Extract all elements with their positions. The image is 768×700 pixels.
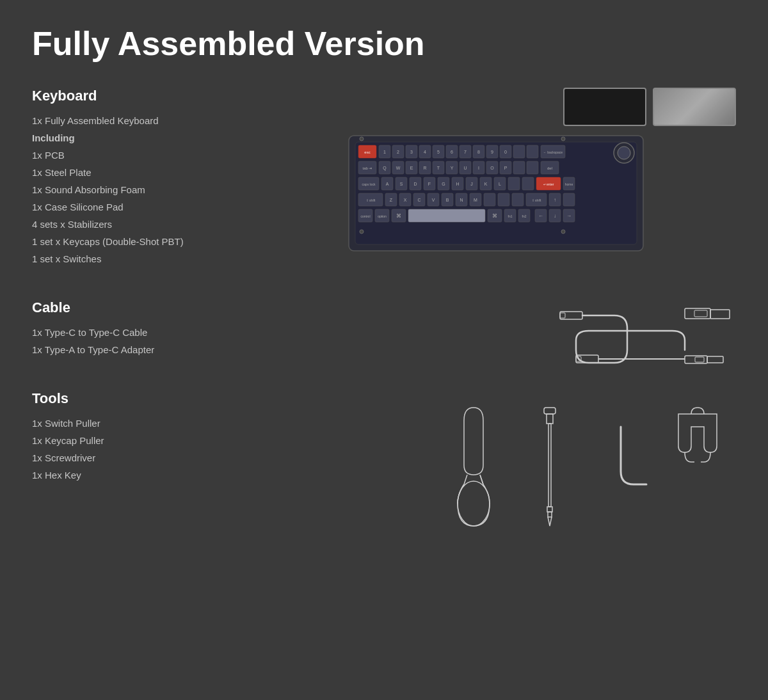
svg-text:fn1: fn1 [508, 214, 513, 218]
svg-text:W: W [396, 166, 401, 170]
svg-text:4: 4 [424, 150, 426, 154]
svg-rect-100 [512, 193, 524, 206]
svg-text:L: L [499, 182, 501, 186]
svg-rect-143 [544, 408, 556, 414]
keyboard-item-4: 1x Sound Absorbing Foam [32, 181, 307, 198]
svg-text:↓: ↓ [554, 213, 556, 219]
svg-text:caps lock: caps lock [362, 182, 376, 186]
svg-text:C: C [417, 198, 420, 202]
keyboard-item-3: 1x Steel Plate [32, 164, 307, 181]
svg-text:fn2: fn2 [522, 214, 527, 218]
keycap-puller-icon [678, 408, 717, 462]
svg-text:7: 7 [464, 150, 467, 154]
keyboard-item-2: 1x PCB [32, 147, 307, 164]
svg-text:←: ← [538, 213, 543, 219]
svg-text:1: 1 [383, 150, 386, 154]
svg-rect-98 [484, 193, 495, 206]
svg-point-125 [360, 230, 364, 234]
svg-text:N: N [460, 198, 463, 202]
keyboard-item-1: Including [32, 129, 307, 147]
tools-item-2: 1x Screwdriver [32, 449, 307, 466]
svg-rect-133 [710, 310, 730, 319]
cable-items-list: 1x Type-C to Type-C Cable 1x Type-A to T… [32, 324, 307, 358]
svg-text:K: K [484, 182, 488, 186]
svg-rect-145 [548, 424, 551, 507]
svg-rect-52 [513, 161, 525, 174]
svg-text:U: U [463, 166, 467, 170]
keyboard-item-0: 1x Fully Assembled Keyboard [32, 112, 307, 129]
keyboard-item-7: 1 set x Keycaps (Double-Shot PBT) [32, 233, 307, 250]
svg-text:0: 0 [504, 150, 507, 154]
screwdriver-icon [544, 408, 556, 526]
keyboard-section-title: Keyboard [32, 88, 307, 104]
tools-section-title: Tools [32, 390, 307, 407]
svg-text:5: 5 [437, 150, 440, 154]
svg-rect-131 [685, 308, 710, 319]
svg-point-29 [618, 147, 630, 159]
cable-svg [557, 299, 736, 382]
svg-text:⌘: ⌘ [396, 213, 401, 219]
tools-illustrations [429, 401, 736, 564]
svg-text:esc: esc [364, 150, 370, 154]
svg-point-128 [561, 137, 565, 141]
keyboard-item-8: 1 set x Switches [32, 250, 307, 267]
keyboard-items-list: 1x Fully Assembled Keyboard Including 1x… [32, 112, 307, 267]
svg-text:tab ⇥: tab ⇥ [362, 166, 372, 170]
svg-text:⇧ shift: ⇧ shift [532, 198, 541, 202]
svg-rect-99 [498, 193, 509, 206]
page-title: Fully Assembled Version [32, 26, 736, 62]
keyboard-svg: esc 1 2 3 4 5 6 7 8 9 [346, 132, 653, 257]
svg-rect-76 [508, 177, 520, 190]
svg-text:H: H [456, 182, 459, 186]
cable-illustration [557, 299, 736, 385]
keyboard-item-5: 1x Case Silicone Pad [32, 198, 307, 216]
svg-text:9: 9 [491, 150, 493, 154]
cable-section-title: Cable [32, 299, 307, 316]
svg-text:B: B [446, 198, 449, 202]
svg-rect-139 [707, 356, 723, 363]
svg-rect-112 [408, 209, 485, 222]
svg-text:6: 6 [451, 150, 453, 154]
svg-rect-53 [527, 161, 538, 174]
svg-text:E: E [410, 166, 413, 170]
svg-text:V: V [432, 198, 435, 202]
svg-text:F: F [428, 182, 431, 186]
cable-item-1: 1x Type-A to Type-C Adapter [32, 341, 307, 358]
tools-items-list: 1x Switch Puller 1x Keycap Puller 1x Scr… [32, 415, 307, 484]
hex-key-icon [621, 427, 646, 484]
svg-text:X: X [404, 198, 407, 202]
svg-text:J: J [470, 182, 473, 186]
keyboard-illustration: esc 1 2 3 4 5 6 7 8 9 [346, 132, 736, 260]
svg-text:⇧ shift: ⇧ shift [366, 198, 376, 202]
cable-item-0: 1x Type-C to Type-C Cable [32, 324, 307, 341]
svg-text:O: O [490, 166, 494, 170]
svg-rect-77 [522, 177, 534, 190]
svg-text:8: 8 [477, 150, 480, 154]
svg-text:home: home [565, 182, 573, 186]
svg-text:Y: Y [451, 166, 454, 170]
svg-rect-147 [548, 512, 552, 517]
svg-text:T: T [437, 166, 440, 170]
svg-text:D: D [413, 182, 417, 186]
svg-text:option: option [378, 214, 387, 218]
svg-rect-146 [547, 507, 552, 512]
svg-text:3: 3 [410, 150, 413, 154]
tools-svg [429, 401, 736, 561]
tools-item-1: 1x Keycap Puller [32, 432, 307, 449]
svg-text:A: A [386, 182, 389, 186]
svg-rect-24 [513, 145, 525, 158]
svg-text:R: R [423, 166, 426, 170]
svg-rect-25 [527, 145, 538, 158]
svg-text:Q: Q [383, 166, 387, 171]
svg-text:2: 2 [397, 150, 399, 154]
keyboard-item-6: 4 sets x Stabilizers [32, 216, 307, 233]
svg-text:Z: Z [390, 198, 393, 202]
svg-point-126 [561, 230, 565, 234]
switch-puller-icon [458, 408, 490, 526]
color-swatches [563, 88, 736, 126]
svg-text:→: → [566, 213, 572, 219]
svg-text:del: del [547, 166, 552, 170]
svg-text:⌘: ⌘ [492, 213, 497, 219]
svg-text:G: G [442, 182, 445, 186]
svg-text:← backspace: ← backspace [543, 150, 563, 154]
